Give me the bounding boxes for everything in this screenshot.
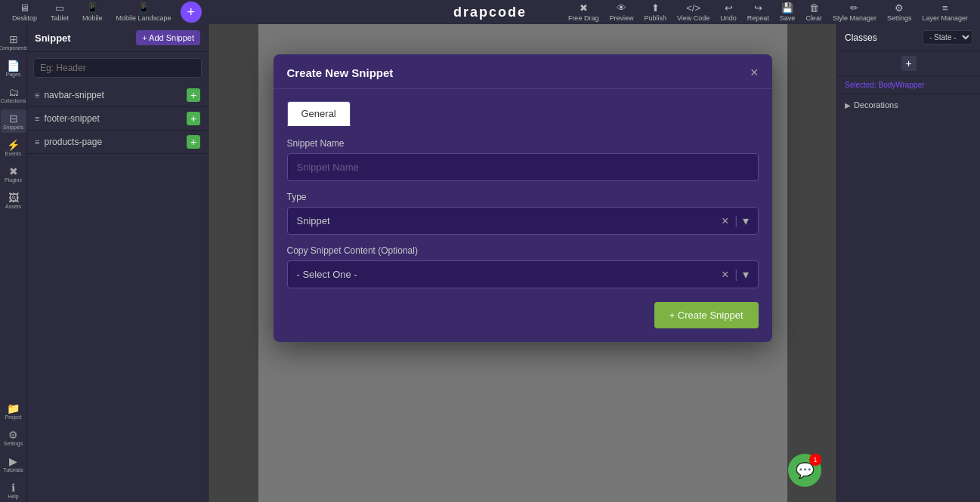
undo-tool[interactable]: ↩ Undo [716,1,741,23]
decorations-label: Decorations [854,100,898,109]
list-item[interactable]: ≡ products-page + [27,131,208,154]
type-label: Type [287,192,759,202]
add-class-button[interactable]: + [901,56,917,71]
components-icon: ⊞ [9,33,18,45]
copy-select-divider: | [734,268,737,282]
clear-icon: 🗑 [809,2,819,14]
events-icon: ⚡ [7,139,20,151]
snippet-add-button[interactable]: + [187,112,200,125]
help-icon: ℹ [11,482,15,494]
sidebar-item-snippets[interactable]: ⊟ Snippets [1,109,26,133]
chat-bubble-button[interactable]: 💬 1 [788,454,821,487]
sidebar-item-events[interactable]: ⚡ Events [1,136,26,159]
topbar-right: ✖ Free Drag 👁 Preview ⬆ Publish </> View… [564,1,972,23]
publish-tool[interactable]: ⬆ Publish [639,1,671,23]
snippet-name: navbar-snippet [44,90,104,100]
type-select[interactable]: Snippet × | ▾ [287,207,759,235]
snippet-name-group: Snippet Name [287,138,759,181]
clear-tool[interactable]: 🗑 Clear [801,1,827,23]
sidebar-item-tutorials[interactable]: ▶ Tutorials [1,452,26,476]
list-icon: ≡ [35,91,39,100]
right-panel-header: Classes - State - [837,24,980,51]
snippet-add-button[interactable]: + [187,135,200,149]
free-drag-tool[interactable]: ✖ Free Drag [564,1,604,23]
left-sidebar: ⊞ Components 📄 Pages 🗂 Collections ⊟ Sni… [0,24,27,502]
plugins-icon: ✖ [9,165,18,177]
type-select-divider: | [734,214,737,228]
copy-select-clear-icon[interactable]: × [722,268,728,282]
repeat-icon: ↪ [754,2,762,14]
sidebar-item-project[interactable]: 📁 Project [1,399,26,423]
mobile-tool[interactable]: 📱 Mobile [78,1,107,23]
settings-tool[interactable]: ⚙ Settings [883,1,917,23]
chat-badge: 1 [809,454,821,466]
layer-manager-icon: ≡ [942,2,948,14]
style-manager-tool[interactable]: ✏ Style Manager [828,1,881,23]
preview-tool[interactable]: 👁 Preview [604,1,638,23]
modal-header: Create New Snippet × [274,54,772,89]
style-manager-icon: ✏ [850,2,858,14]
list-icon: ≡ [35,114,39,123]
topbar-left: 🖥 Desktop ▭ Tablet 📱 Mobile 📱 Mobile Lan… [8,1,202,23]
preview-icon: 👁 [617,2,626,14]
type-select-clear-icon[interactable]: × [722,214,728,228]
copy-select-arrow-icon[interactable]: ▾ [743,267,749,282]
tablet-icon: ▭ [55,2,64,14]
type-group: Type Snippet × | ▾ [287,192,759,235]
layer-manager-tool[interactable]: ≡ Layer Manager [917,1,972,23]
desktop-tool[interactable]: 🖥 Desktop [8,1,42,23]
canvas-area: NoCode App Influencer startup interactio… [209,24,836,502]
decorations-arrow-icon: ▶ [845,101,851,109]
snippet-add-button[interactable]: + [187,88,200,102]
sidebar-item-plugins[interactable]: ✖ Plugins [1,162,26,186]
modal-body: General Snippet Name Type Snippet × | ▾ [274,89,772,342]
mobile-icon: 📱 [86,2,98,14]
type-select-arrow-icon[interactable]: ▾ [743,214,749,228]
view-code-tool[interactable]: </> View Code [672,1,714,23]
sidebar-item-pages[interactable]: 📄 Pages [1,57,26,80]
snippet-search-input[interactable] [33,58,202,78]
snippet-name: products-page [44,137,102,147]
snippet-panel-header: Snippet + Add Snippet [27,24,208,52]
save-tool[interactable]: 💾 Save [775,1,800,23]
sidebar-item-components[interactable]: ⊞ Components [1,30,26,54]
selected-label: Selected: [845,81,876,89]
code-icon: </> [686,2,700,14]
project-icon: 📁 [7,402,20,414]
sidebar-item-collections[interactable]: 🗂 Collections [1,83,26,106]
topbar: 🖥 Desktop ▭ Tablet 📱 Mobile 📱 Mobile Lan… [0,0,980,24]
copy-snippet-label: Copy Snippet Content (Optional) [287,245,759,256]
modal-close-button[interactable]: × [750,65,759,81]
snippets-icon: ⊟ [9,112,18,125]
modal-overlay: Create New Snippet × General Snippet Nam… [209,24,836,502]
tab-general[interactable]: General [287,101,351,126]
tablet-tool[interactable]: ▭ Tablet [46,1,73,23]
snippet-panel: Snippet + Add Snippet ≡ navbar-snippet +… [27,24,209,502]
selected-info: Selected: BodyWrapper [837,76,980,94]
sidebar-item-help[interactable]: ℹ Help [1,479,26,502]
list-item[interactable]: ≡ navbar-snippet + [27,84,208,107]
repeat-tool[interactable]: ↪ Repeat [743,1,774,23]
copy-snippet-group: Copy Snippet Content (Optional) - Select… [287,245,759,288]
create-snippet-modal: Create New Snippet × General Snippet Nam… [274,54,772,342]
mobile-landscape-tool[interactable]: 📱 Mobile Landscape [112,1,176,23]
state-select[interactable]: - State - [923,30,972,45]
sidebar-item-assets[interactable]: 🖼 Assets [1,189,26,212]
snippet-list: ≡ navbar-snippet + ≡ footer-snippet + ≡ … [27,84,208,154]
save-icon: 💾 [781,2,793,14]
plus-icon: + [187,5,195,20]
type-select-value: Snippet [297,215,722,226]
snippet-name: footer-snippet [44,113,99,124]
right-panel: Classes - State - + Selected: BodyWrappe… [836,24,980,502]
add-snippet-button[interactable]: + Add Snippet [136,30,200,45]
free-drag-icon: ✖ [580,2,588,14]
copy-snippet-select[interactable]: - Select One - × | ▾ [287,260,759,288]
sidebar-item-settings[interactable]: ⚙ Settings [1,426,26,449]
classes-title: Classes [845,32,877,43]
modal-tabs: General [287,101,759,126]
snippet-name-input[interactable] [287,153,759,181]
list-item[interactable]: ≡ footer-snippet + [27,107,208,131]
add-element-button[interactable]: + [181,2,202,23]
create-snippet-button[interactable]: + Create Snippet [654,302,759,328]
decorations-header[interactable]: ▶ Decorations [845,100,972,109]
